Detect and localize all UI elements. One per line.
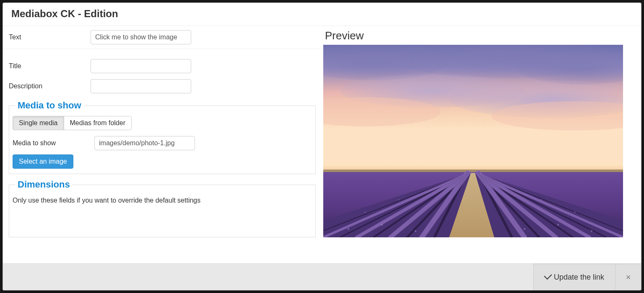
modal-body: Text Title Description Media to show Sin… [3,26,641,263]
legend-dimensions: Dimensions [15,179,73,190]
tab-single-media[interactable]: Single media [13,116,64,130]
close-icon: × [626,272,631,282]
svg-point-39 [574,212,576,213]
svg-point-35 [524,228,525,230]
section-media: Media to show Single media Medias from f… [9,100,316,174]
modal-title: Mediabox CK - Edition [11,8,633,20]
svg-point-33 [381,224,383,226]
modal-footer: Update the link × [3,263,641,290]
update-link-label: Update the link [554,273,604,282]
media-tabs: Single media Medias from folder [13,116,132,130]
svg-point-41 [541,199,542,200]
row-title: Title [3,49,322,75]
legend-media: Media to show [15,100,84,111]
svg-point-37 [591,230,592,232]
preview-pane[interactable]: Preview [322,26,641,263]
input-title[interactable] [91,59,191,73]
modal-dialog: Mediabox CK - Edition Text Title Descrip… [3,3,641,290]
input-description[interactable] [91,79,191,93]
svg-point-38 [365,212,366,213]
label-text: Text [9,33,91,41]
modal-header: Mediabox CK - Edition [3,3,641,26]
close-button[interactable]: × [615,264,641,290]
preview-title: Preview [323,26,639,45]
update-link-button[interactable]: Update the link [533,264,615,290]
label-description: Description [9,82,91,90]
input-text[interactable] [91,30,191,44]
svg-point-32 [348,228,349,230]
preview-image [323,45,623,237]
select-image-button[interactable]: Select an image [13,154,73,169]
input-media-path[interactable] [94,136,195,150]
tab-medias-from-folder[interactable]: Medias from folder [64,116,132,130]
section-dimensions: Dimensions Only use these fields if you … [9,179,316,237]
svg-point-34 [415,230,416,232]
form-pane[interactable]: Text Title Description Media to show Sin… [3,26,322,263]
label-title: Title [9,62,91,70]
label-media-to-show: Media to show [13,139,94,147]
svg-point-40 [398,199,399,200]
row-description: Description [3,75,322,95]
check-icon [545,273,551,282]
row-media-path: Media to show [13,134,312,152]
row-text: Text [3,26,322,49]
dimensions-helper-text: Only use these fields if you want to ove… [13,195,312,205]
svg-point-36 [557,224,559,226]
